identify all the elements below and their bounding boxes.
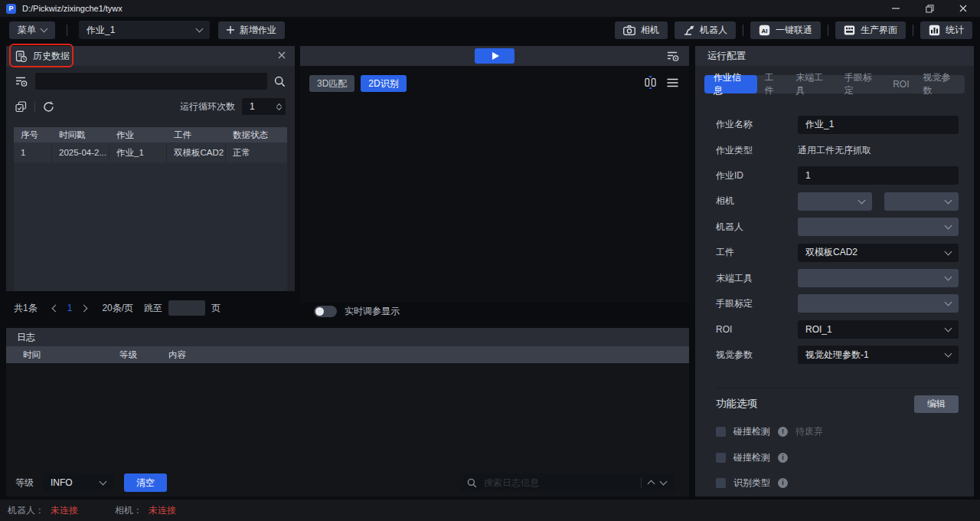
field-select[interactable] [798,218,959,236]
close-panel-icon[interactable] [278,51,286,61]
job-select[interactable]: 作业_1 [79,21,210,39]
field-select[interactable] [798,294,959,313]
field-label: 工件 [716,246,734,259]
option-row: 碰撞检测!待废弃 [716,419,959,445]
config-tab-5[interactable]: 视觉参数 [916,75,965,93]
ai-icon: AI [759,25,770,36]
checkbox[interactable] [716,453,726,463]
view-mode-switch: 3D匹配 2D识别 [309,75,407,92]
form-row: 手眼标定 [716,291,959,316]
field-select[interactable] [798,269,959,287]
field-label: 机器人 [716,221,743,234]
toggle-knob [315,307,324,316]
chevron-down-icon [945,299,952,306]
divider [67,25,67,36]
pagination-page-size[interactable]: 20条/页 [102,302,133,315]
menu-button[interactable]: 菜单 [9,21,55,39]
mode-2d-button[interactable]: 2D识别 [361,75,406,92]
cycle-count-input[interactable]: 1 [242,98,286,115]
number-spinner[interactable] [277,104,281,110]
field-label: 相机 [716,195,734,208]
form-row: 视觉参数视觉处理参数-1 [716,342,959,368]
window-title: D:/Pickwiz/zixingche1/tywx [22,4,122,13]
plus-icon [227,26,234,34]
config-tab-0[interactable]: 作业信息 [704,75,757,93]
robot-status-value: 未连接 [51,504,78,517]
cycle-count-value: 1 [250,101,255,112]
field-input[interactable] [798,166,959,185]
field-select[interactable] [884,192,959,211]
jump-page-input[interactable] [168,300,205,316]
camera-button[interactable]: 相机 [615,21,668,39]
pagination-current-page[interactable]: 1 [67,303,73,313]
prev-page-icon[interactable] [48,306,63,311]
config-tab-4[interactable]: ROI [886,75,916,93]
field-control: ROI_1 [798,320,959,339]
viewport-canvas[interactable]: 3D匹配 2D识别 [300,66,689,303]
next-page-icon[interactable] [77,306,91,311]
history-table-head: 序号时间戳作业工件数据状态 [14,127,287,143]
search-icon[interactable] [274,76,286,87]
history-panel-body: 运行循环次数 1 序号时间戳作业工件数据状态 12025-04-2...作业_1… [6,66,295,291]
menu-lines-icon[interactable] [667,78,678,87]
viewport-settings[interactable] [667,50,680,64]
history-table-empty-area [14,162,287,291]
config-tab-1[interactable]: 工件 [757,75,789,93]
robot-icon [683,25,694,35]
run-config-title: 运行配置 [707,50,746,63]
table-row[interactable]: 12025-04-2...作业_1双模板CAD2正常 [14,143,287,162]
clear-log-button[interactable]: 清空 [124,473,167,492]
pagination-total: 共1条 [14,302,38,315]
field-control: 双模板CAD2 [798,244,959,262]
column-header: 作业 [109,129,167,141]
field-input[interactable] [798,116,959,134]
title-bar: P D:/Pickwiz/zixingche1/tywx [0,0,980,17]
select-all-icon[interactable] [15,101,27,113]
close-icon[interactable] [946,0,980,17]
refresh-icon[interactable] [43,101,54,113]
field-select[interactable]: 双模板CAD2 [798,244,959,262]
form-row: 末端工具 [716,265,959,290]
checkbox[interactable] [716,427,726,437]
log-footer: 等级 INFO 清空 搜索日志信息 [6,469,689,496]
column-header: 数据状态 [226,129,287,141]
table-cell: 正常 [226,143,287,162]
mode-3d-button[interactable]: 3D匹配 [309,75,354,92]
filter-settings-icon[interactable] [15,75,28,87]
log-search-box[interactable]: 搜索日志信息 [459,473,674,492]
split-view-icon[interactable] [645,76,656,89]
window-controls [879,0,980,17]
filter-settings-icon [667,50,680,62]
pagination-page-unit: 页 [211,302,220,315]
config-tab-2[interactable]: 末端工具 [789,75,837,93]
info-icon: i [778,478,788,488]
divider [828,25,828,36]
divider [913,25,913,36]
robot-button[interactable]: 机器人 [675,21,736,39]
search-next-icon[interactable] [660,478,668,486]
new-job-button[interactable]: 新增作业 [218,21,285,39]
log-level-select[interactable]: INFO [43,473,113,492]
statistics-button[interactable]: 统计 [920,21,972,39]
search-prev-icon[interactable] [648,480,655,488]
play-button[interactable] [475,48,514,64]
config-tab-3[interactable]: 手眼标定 [838,75,886,93]
one-key-connect-button[interactable]: AI 一键联通 [750,21,821,39]
edit-button[interactable]: 编辑 [914,395,959,413]
select-value: 双模板CAD2 [805,246,858,259]
checkbox[interactable] [716,478,726,488]
history-icon [15,51,27,62]
field-select[interactable]: 视觉处理参数-1 [798,346,959,364]
chevron-down-icon [41,25,48,33]
search-input[interactable] [35,73,267,90]
option-row: 识别类型i [716,470,959,496]
field-select[interactable] [798,192,872,211]
form-row: ROIROI_1 [716,316,959,342]
minimize-icon[interactable] [879,0,913,17]
field-select[interactable]: ROI_1 [798,320,959,339]
field-label: 手眼标定 [716,297,753,310]
restore-icon[interactable] [913,0,946,17]
realtime-toggle[interactable] [314,306,337,317]
production-view-button[interactable]: 生产界面 [835,21,906,39]
options-list: 碰撞检测!待废弃碰撞检测i识别类型i [716,419,959,496]
